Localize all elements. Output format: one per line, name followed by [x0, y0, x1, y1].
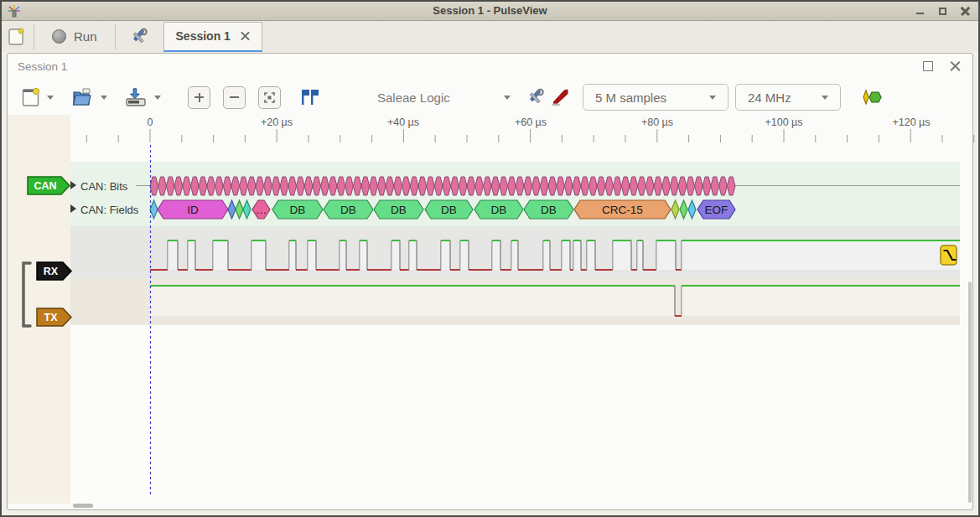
maximize-icon[interactable] [938, 7, 947, 16]
run-state-icon [52, 29, 66, 44]
settings-button[interactable] [118, 24, 158, 49]
tx-waveform[interactable] [150, 286, 960, 316]
decode-field-label: DB [441, 204, 457, 216]
decode-field-label: CRC-15 [602, 204, 643, 216]
decode-field[interactable] [228, 200, 236, 219]
can-decoder-tag-label: CAN [34, 180, 56, 192]
decoder-row-bits-label[interactable]: CAN: Bits [80, 180, 127, 193]
decode-field[interactable] [236, 200, 243, 219]
ruler-ticks [86, 129, 973, 142]
decode-field[interactable] [680, 200, 687, 219]
run-label: Run [74, 29, 97, 44]
can-bits-row[interactable] [150, 177, 735, 195]
trigger-marker-icon[interactable] [941, 246, 957, 265]
can-fields-row[interactable]: ID…DBDBDBDBDBDBCRC-15EOF [150, 200, 735, 219]
rx-waveform[interactable] [150, 240, 960, 270]
waveform-canvas[interactable]: ID…DBDBDBDBDBDBCRC-15EOFCANRXTX [0, 0, 980, 517]
new-session-button[interactable] [2, 24, 31, 49]
toolbar-separator [115, 24, 116, 49]
tab-session-1[interactable]: Session 1 [163, 22, 262, 52]
toolbar-separator [34, 24, 34, 49]
tab-label: Session 1 [176, 29, 231, 43]
tx-channel-tag[interactable]: TX [37, 308, 71, 326]
window-titlebar[interactable]: Session 1 - PulseView [2, 2, 978, 21]
main-toolbar: Run Session 1 [2, 21, 978, 52]
expand-arrow-icon[interactable] [70, 204, 76, 213]
decode-field-label: DB [541, 204, 557, 216]
decoder-row-fields-label[interactable]: CAN: Fields [80, 204, 138, 216]
tx-channel-tag-label: TX [44, 312, 59, 323]
decode-field-label: DB [491, 204, 507, 216]
decode-field-label: EOF [705, 204, 729, 216]
wrench-screwdriver-icon [128, 27, 148, 47]
decode-field[interactable] [150, 200, 158, 219]
decode-field-label: DB [290, 204, 306, 216]
tab-close-icon[interactable] [241, 32, 250, 41]
decode-field[interactable] [671, 200, 679, 219]
can-decoder-tag[interactable]: CAN [28, 177, 70, 194]
decode-field-label: DB [391, 204, 407, 216]
run-button[interactable]: Run [37, 24, 112, 49]
rx-channel-tag-label: RX [44, 266, 59, 277]
channel-group-bracket[interactable] [23, 263, 30, 326]
minimize-icon[interactable] [915, 7, 925, 16]
window-title: Session 1 - PulseView [2, 4, 978, 17]
expand-arrow-icon[interactable] [70, 181, 76, 189]
decode-field-label: DB [340, 204, 356, 216]
rx-channel-tag[interactable]: RX [37, 262, 71, 280]
horizontal-scrollbar[interactable] [73, 504, 93, 508]
new-document-icon [8, 28, 24, 46]
decode-field-label: ID [187, 204, 199, 216]
decode-field[interactable] [243, 200, 251, 219]
close-icon[interactable] [961, 7, 970, 16]
decode-field[interactable] [688, 200, 696, 219]
vertical-scrollbar[interactable] [968, 282, 972, 503]
decode-field-label: … [256, 204, 267, 216]
